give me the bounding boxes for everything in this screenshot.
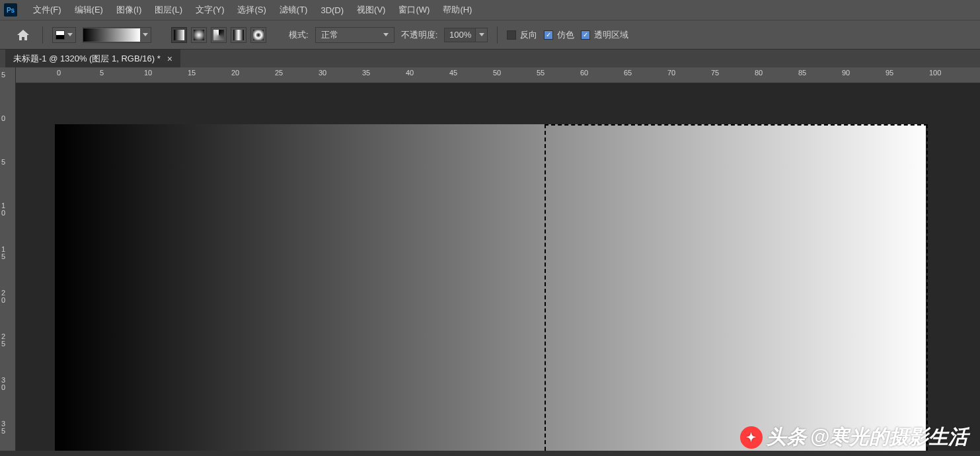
radial-gradient-icon	[194, 30, 204, 40]
gradient-color-picker[interactable]	[52, 27, 76, 43]
document-canvas[interactable]	[55, 124, 926, 451]
chevron-down-icon	[67, 33, 73, 36]
ruler-tick: 60	[579, 67, 580, 83]
reverse-label: 反向	[520, 29, 537, 41]
app-logo: Ps	[4, 3, 17, 17]
chevron-down-icon	[383, 33, 389, 36]
ruler-tick: 25	[0, 342, 16, 343]
ruler-tick: 35	[361, 67, 361, 83]
gradient-type-group	[171, 27, 266, 43]
ruler-tick: 0	[0, 124, 16, 125]
gradient-type-angle[interactable]	[211, 27, 227, 43]
menu-help[interactable]: 帮助(H)	[436, 0, 478, 20]
ruler-tick: 15	[0, 255, 16, 256]
selection-marquee	[545, 124, 928, 126]
ruler-tick: 35	[0, 430, 16, 430]
document-tab-bar: 未标题-1 @ 1320% (图层 1, RGB/16) * ×	[0, 49, 980, 67]
ruler-tick: 25	[274, 67, 274, 83]
opacity-input[interactable]: 100%	[444, 28, 476, 42]
canvas-viewport[interactable]	[16, 83, 980, 451]
selection-marquee	[926, 124, 928, 451]
ruler-tick: 0	[56, 67, 56, 83]
menu-edit[interactable]: 编辑(E)	[68, 0, 110, 20]
document-tab[interactable]: 未标题-1 @ 1320% (图层 1, RGB/16) * ×	[5, 50, 180, 68]
angle-gradient-icon	[213, 30, 224, 40]
chevron-down-icon	[479, 33, 484, 36]
gradient-preset-picker[interactable]	[83, 27, 151, 43]
opacity-value: 100%	[449, 30, 471, 40]
separator	[42, 26, 43, 44]
reflected-gradient-icon	[233, 30, 244, 40]
ruler-tick: 50	[492, 67, 492, 83]
menu-select[interactable]: 选择(S)	[231, 0, 272, 20]
document-tab-title: 未标题-1 @ 1320% (图层 1, RGB/16) *	[13, 53, 161, 65]
ruler-tick: 85	[797, 67, 798, 83]
blend-mode-value: 正常	[321, 29, 338, 41]
menubar: Ps 文件(F) 编辑(E) 图像(I) 图层(L) 文字(Y) 选择(S) 滤…	[0, 0, 980, 20]
gradient-preset-drop[interactable]	[140, 33, 151, 36]
ruler-tick: 5	[0, 168, 16, 169]
horizontal-ruler[interactable]: 5051015202530354045505560657075808590951…	[0, 67, 980, 83]
menu-filter[interactable]: 滤镜(T)	[273, 0, 315, 20]
ruler-tick: 100	[928, 67, 928, 83]
vertical-ruler[interactable]: 505101520253035	[0, 67, 16, 451]
ruler-tick: 15	[186, 67, 187, 83]
ruler-tick: 70	[666, 67, 667, 83]
gradient-type-diamond[interactable]	[250, 27, 266, 43]
dither-label: 仿色	[557, 29, 574, 41]
gradient-preview	[83, 28, 140, 42]
menu-image[interactable]: 图像(I)	[110, 0, 148, 20]
ruler-tick: 5	[0, 81, 16, 81]
gradient-type-linear[interactable]	[171, 27, 187, 43]
ruler-tick: 30	[0, 386, 16, 387]
checkbox-icon	[507, 30, 516, 40]
menu-type[interactable]: 文字(Y)	[189, 0, 231, 20]
ruler-tick: 30	[317, 67, 318, 83]
gradient-swatch-icon	[56, 30, 65, 40]
chevron-down-icon	[143, 33, 148, 36]
close-icon[interactable]: ×	[167, 54, 172, 64]
home-button[interactable]	[13, 26, 33, 44]
ruler-tick: 5	[98, 67, 99, 83]
ruler-tick: 20	[230, 67, 231, 83]
workspace: 5051015202530354045505560657075808590951…	[0, 67, 980, 451]
reverse-checkbox[interactable]: 反向	[507, 29, 537, 41]
selection-marquee	[545, 124, 546, 451]
ruler-tick: 45	[448, 67, 449, 83]
gradient-type-reflected[interactable]	[231, 27, 246, 43]
menu-window[interactable]: 窗口(W)	[392, 0, 436, 20]
home-icon	[17, 29, 30, 41]
linear-gradient-icon	[174, 30, 184, 40]
ruler-tick: 80	[753, 67, 754, 83]
separator	[497, 26, 498, 44]
ruler-tick: 90	[841, 67, 841, 83]
opacity-slider-drop[interactable]	[476, 28, 488, 42]
menu-file[interactable]: 文件(F)	[26, 0, 68, 20]
transparency-checkbox[interactable]: 透明区域	[581, 29, 628, 41]
ruler-tick: 20	[0, 299, 16, 299]
menu-view[interactable]: 视图(V)	[350, 0, 392, 20]
menu-layer[interactable]: 图层(L)	[148, 0, 189, 20]
checkbox-checked-icon	[581, 30, 590, 40]
transparency-label: 透明区域	[594, 29, 628, 41]
ruler-tick: 40	[404, 67, 405, 83]
menu-3d[interactable]: 3D(D)	[314, 0, 350, 20]
gradient-type-radial[interactable]	[191, 27, 207, 43]
mode-label: 模式:	[289, 29, 309, 41]
diamond-gradient-icon	[253, 30, 264, 40]
ruler-tick: 10	[143, 67, 143, 83]
ruler-tick: 95	[884, 67, 885, 83]
ruler-tick: 65	[622, 67, 623, 83]
checkbox-checked-icon	[544, 30, 553, 40]
ruler-tick: 75	[710, 67, 710, 83]
blend-mode-select[interactable]: 正常	[315, 27, 395, 43]
ruler-tick: 10	[0, 211, 16, 212]
options-bar: 模式: 正常 不透明度: 100% 反向 仿色 透明区域	[0, 20, 980, 49]
ruler-tick: 55	[535, 67, 536, 83]
opacity-label: 不透明度:	[401, 29, 438, 41]
dither-checkbox[interactable]: 仿色	[544, 29, 574, 41]
